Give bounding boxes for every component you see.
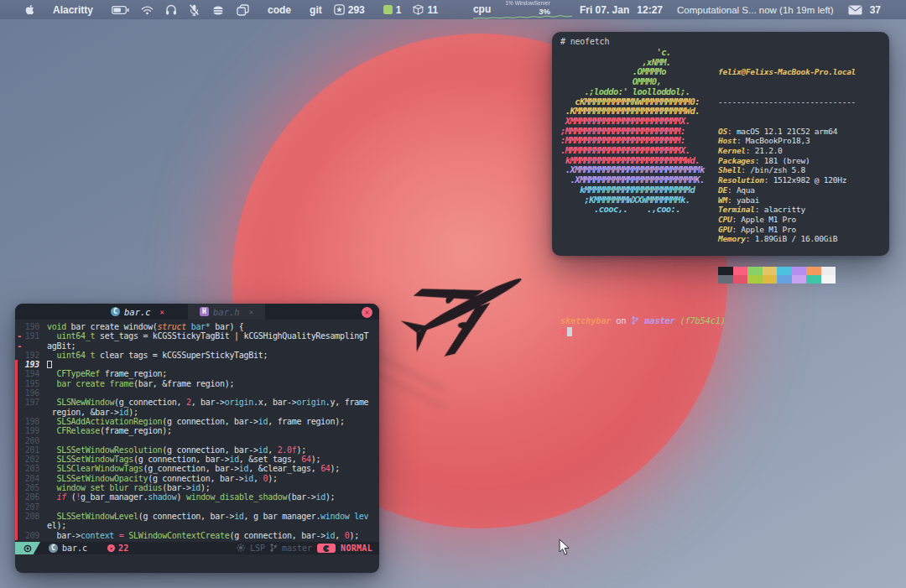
lsp-status: LSP [250,544,265,553]
headphones-icon[interactable] [165,4,177,15]
code-row[interactable]: 196 [15,388,379,398]
apple-menu-icon[interactable] [25,4,34,15]
palette-swatch [747,267,763,275]
code-row[interactable]: 197 SLSNewWindow(g_connection, 2, bar->o… [15,398,379,407]
code-area[interactable]: 190void bar_create_window(struct bar* ba… [15,320,379,540]
git-sign [15,521,23,530]
package-count: 11 [427,4,438,16]
code-row[interactable]: 194 CFTypeRef frame_region; [15,369,379,378]
ascii-line: kMMMMMMMMMMMMMMMMMMMMMMd [560,185,718,195]
battery-icon[interactable] [112,6,129,14]
code-line-text: SLSNewWindow(g_connection, 2, bar->origi… [47,398,379,407]
code-row[interactable]: 209 bar->context = SLWindowContextCreate… [15,531,379,540]
code-line-text: window_set_blur_radius(bar->id); [47,483,379,492]
record-icon [23,544,32,553]
code-row[interactable]: 195 bar_create_frame(bar, &frame_region)… [15,379,379,388]
code-row[interactable]: 204 SLSSetWindowOpacity(g_connection, ba… [15,474,379,483]
info-row: Kernel: 21.2.0 [718,146,881,156]
c-file-icon: C [111,307,120,316]
terminal-window[interactable]: # neofetch 'c. ,xNMM. .OMMMMo OMMM0, .;l… [552,32,889,256]
git-sign [15,502,23,512]
code-row[interactable]: 208 SLSSetWindowLevel(g_connection, bar-… [15,512,379,521]
code-row[interactable]: _region, &bar->id); [15,408,379,417]
line-number: 200 [23,436,47,445]
tab-bar-c[interactable]: C bar.c ✕ [99,304,176,320]
git-packages[interactable]: 11 [413,4,438,16]
package-icon [413,4,424,15]
editor-tabbar: C bar.c ✕ H bar.h ✕ ✕ [15,304,379,320]
tab-label: bar.c [124,307,151,317]
code-row[interactable]: 201 SLSSetWindowResolution(g_connection,… [15,445,379,455]
line-number [23,341,47,351]
code-row[interactable]: 203 SLSClearWindowTags(g_connection, bar… [15,464,379,473]
palette-swatch [806,267,821,275]
calendar-notification[interactable]: Computational S... now (1h 19m left) [677,5,834,15]
code-row[interactable]: 206 if (!g_bar_manager.shadow) window_di… [15,492,379,502]
code-row[interactable]: 192 uint64_t clear_tags = kCGSSuperStick… [15,351,379,360]
info-row: DE: Aqua [718,185,881,195]
code-line-text: if (!g_bar_manager.shadow) window_disabl… [47,492,379,502]
statusline-filename: C bar.c [49,544,87,553]
code-line-text: el); [47,521,379,530]
git-sign [15,417,23,426]
mail-icon[interactable] [848,5,862,15]
ascii-line: 'c. [560,48,718,58]
code-row[interactable]: el); [15,521,379,530]
terminal-cursor [567,327,572,336]
terminal-command: # neofetch [560,37,881,46]
git-sign [15,464,23,473]
code-row[interactable]: 199 CFRelease(frame_region); [15,426,379,435]
code-line-text: uint64_t set_tags = kCGSStickyTagBit | k… [47,331,379,341]
statusline-mode-segment [15,542,40,554]
info-row: Host: MacBookPro18,3 [718,136,881,146]
window-close-button[interactable]: ✕ [362,307,372,318]
code-row[interactable]: -191 uint64_t set_tags = kCGSStickyTagBi… [15,331,379,341]
tab-bar-h[interactable]: H bar.h ✕ [188,304,265,320]
code-row[interactable]: 207 [15,502,379,512]
code-row[interactable]: 205 window_set_blur_radius(bar->id); [15,483,379,492]
git-sign [15,531,23,540]
tab-close-icon[interactable]: ✕ [249,308,253,316]
green-square-icon [383,5,393,14]
code-row[interactable]: -agBit; [15,341,379,351]
statusline-branch: master [282,544,312,553]
code-item[interactable]: code [268,4,291,16]
menubar-date[interactable]: Fri 07. Jan [580,4,629,16]
menubar: Alacritty code git [0,0,906,19]
line-number: 207 [23,502,47,512]
code-row[interactable]: 193 [15,360,379,369]
stack-icon[interactable] [211,5,225,15]
mail-count: 37 [870,4,881,16]
code-line-text: SLSSetWindowOpacity(g_connection, bar->i… [47,474,379,483]
code-line-text [47,360,379,369]
microphone-muted-icon[interactable] [189,4,200,16]
tab-close-icon[interactable]: ✕ [160,308,164,316]
palette-swatch [777,275,792,284]
wifi-icon[interactable] [141,5,154,15]
git-item-label[interactable]: git [310,4,322,16]
git-stars[interactable]: 293 [334,4,365,16]
menubar-clock[interactable]: 12:27 [637,4,663,16]
neofetch-rows: OS: macOS 12.1 21C52 arm64Host: MacBookP… [718,127,881,244]
shell-prompt[interactable]: sketchybar on master (f7b54c1) # [560,315,881,336]
statusline-errors: ✕ 22 [107,544,128,553]
cpu-top-process: 1% WindowServer [505,1,549,7]
code-row[interactable]: 200 [15,436,379,445]
windows-copy-icon[interactable] [237,4,249,16]
code-row[interactable]: 198 SLSAddActivationRegion(g_connection,… [15,417,379,426]
editor-window[interactable]: C bar.c ✕ H bar.h ✕ ✕ 190void bar_create… [15,304,379,573]
ascii-line: .cooc,. .,coo:. [560,205,718,215]
code-line-text: bar_create_frame(bar, &frame_region); [47,379,379,388]
cpu-widget[interactable]: cpu 1% WindowServer 3% [473,0,572,19]
git-sign [15,474,23,483]
git-sign [15,379,23,388]
git-sign [15,455,23,464]
code-row[interactable]: 190void bar_create_window(struct bar* ba… [15,322,379,331]
git-status-green[interactable]: 1 [383,4,402,16]
palette-swatch [718,267,733,275]
front-app-title[interactable]: Alacritty [53,4,93,16]
neofetch-user: felix@Felixs-MacBook-Pro.local [718,67,881,77]
code-line-text: CFRelease(frame_region); [47,426,379,435]
code-line-text: _region, &bar->id); [47,408,379,417]
code-row[interactable]: 202 SLSSetWindowTags(g_connection, bar->… [15,455,379,464]
